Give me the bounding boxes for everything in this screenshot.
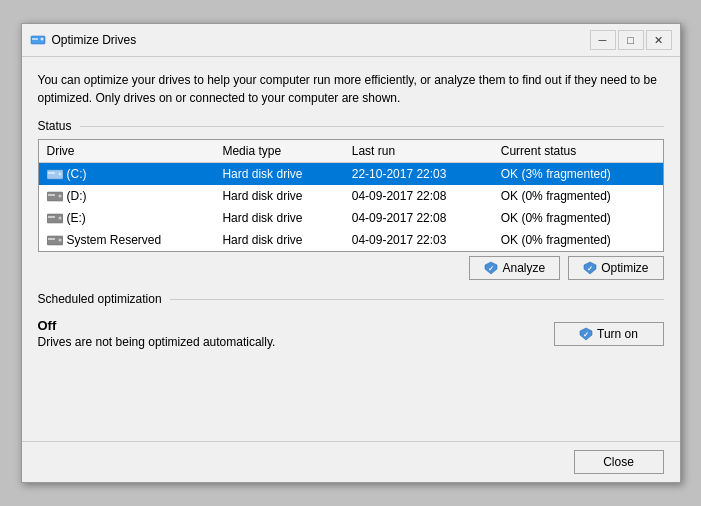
optimize-label: Optimize	[601, 261, 648, 275]
shield-analyze-icon: ✓	[484, 261, 498, 275]
svg-rect-7	[48, 194, 55, 196]
window-title: Optimize Drives	[52, 33, 590, 47]
cell-drive: (D:)	[39, 185, 215, 207]
svg-text:✓: ✓	[583, 331, 589, 338]
drive-disk-icon	[47, 169, 63, 181]
analyze-label: Analyze	[502, 261, 545, 275]
svg-text:✓: ✓	[587, 265, 593, 272]
cell-last-run: 04-09-2017 22:08	[344, 185, 493, 207]
footer: Close	[22, 441, 680, 482]
scheduled-info: Off Drives are not being optimized autom…	[38, 318, 276, 349]
scheduled-description: Drives are not being optimized automatic…	[38, 335, 276, 349]
cell-last-run: 22-10-2017 22:03	[344, 163, 493, 186]
svg-rect-4	[48, 172, 55, 174]
table-header: Drive Media type Last run Current status	[39, 140, 663, 163]
scheduled-status: Off	[38, 318, 276, 333]
drive-disk-icon	[47, 213, 63, 225]
scheduled-section: Scheduled optimization Off Drives are no…	[38, 292, 664, 349]
status-section: Status Drive Media type Last run Current…	[38, 119, 664, 280]
drive-disk-icon	[47, 191, 63, 203]
drive-table-body: (C:)Hard disk drive22-10-2017 22:03OK (3…	[39, 163, 663, 252]
status-divider	[80, 126, 664, 127]
table-row[interactable]: (C:)Hard disk drive22-10-2017 22:03OK (3…	[39, 163, 663, 186]
svg-point-5	[58, 172, 61, 175]
maximize-button[interactable]: □	[618, 30, 644, 50]
scheduled-divider	[170, 299, 664, 300]
cell-status: OK (3% fragmented)	[493, 163, 663, 186]
svg-rect-10	[48, 216, 55, 218]
cell-drive: (C:)	[39, 163, 215, 186]
cell-status: OK (0% fragmented)	[493, 229, 663, 251]
header-row: Drive Media type Last run Current status	[39, 140, 663, 163]
cell-status: OK (0% fragmented)	[493, 185, 663, 207]
table-row[interactable]: (D:)Hard disk drive04-09-2017 22:08OK (0…	[39, 185, 663, 207]
svg-point-8	[58, 194, 61, 197]
description-text: You can optimize your drives to help you…	[38, 71, 664, 107]
svg-rect-13	[48, 238, 55, 240]
status-label: Status	[38, 119, 72, 133]
minimize-button[interactable]: ─	[590, 30, 616, 50]
table-row[interactable]: System ReservedHard disk drive04-09-2017…	[39, 229, 663, 251]
title-bar: Optimize Drives ─ □ ✕	[22, 24, 680, 57]
cell-last-run: 04-09-2017 22:03	[344, 229, 493, 251]
close-window-button[interactable]: ✕	[646, 30, 672, 50]
title-bar-controls: ─ □ ✕	[590, 30, 672, 50]
analyze-button[interactable]: ✓ Analyze	[469, 256, 560, 280]
optimize-button[interactable]: ✓ Optimize	[568, 256, 663, 280]
window-icon	[30, 32, 46, 48]
cell-media-type: Hard disk drive	[214, 229, 343, 251]
cell-last-run: 04-09-2017 22:08	[344, 207, 493, 229]
main-content: You can optimize your drives to help you…	[22, 57, 680, 441]
drive-table-container: Drive Media type Last run Current status…	[38, 139, 664, 252]
svg-rect-1	[32, 38, 38, 40]
cell-media-type: Hard disk drive	[214, 207, 343, 229]
turn-on-button[interactable]: ✓ Turn on	[554, 322, 664, 346]
svg-point-14	[58, 238, 61, 241]
cell-drive: System Reserved	[39, 229, 215, 251]
col-media-type: Media type	[214, 140, 343, 163]
col-last-run: Last run	[344, 140, 493, 163]
drive-disk-icon	[47, 235, 63, 247]
status-header: Status	[38, 119, 664, 133]
close-button[interactable]: Close	[574, 450, 664, 474]
cell-drive: (E:)	[39, 207, 215, 229]
col-drive: Drive	[39, 140, 215, 163]
turn-on-label: Turn on	[597, 327, 638, 341]
drive-action-buttons: ✓ Analyze ✓ Optimize	[38, 256, 664, 280]
scheduled-label: Scheduled optimization	[38, 292, 162, 306]
optimize-drives-window: Optimize Drives ─ □ ✕ You can optimize y…	[21, 23, 681, 483]
table-row[interactable]: (E:)Hard disk drive04-09-2017 22:08OK (0…	[39, 207, 663, 229]
col-status: Current status	[493, 140, 663, 163]
shield-optimize-icon: ✓	[583, 261, 597, 275]
cell-media-type: Hard disk drive	[214, 185, 343, 207]
svg-point-2	[40, 38, 43, 41]
cell-media-type: Hard disk drive	[214, 163, 343, 186]
svg-text:✓: ✓	[488, 265, 494, 272]
scheduled-header: Scheduled optimization	[38, 292, 664, 306]
scheduled-row: Off Drives are not being optimized autom…	[38, 318, 664, 349]
shield-turn-on-icon: ✓	[579, 327, 593, 341]
svg-point-11	[58, 216, 61, 219]
drive-table: Drive Media type Last run Current status…	[39, 140, 663, 251]
cell-status: OK (0% fragmented)	[493, 207, 663, 229]
